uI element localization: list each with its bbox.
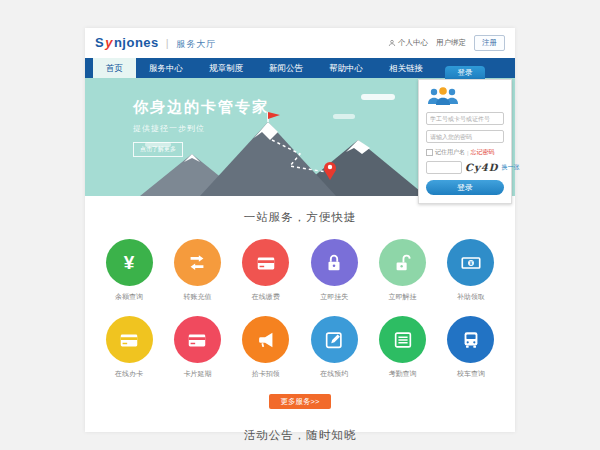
- login-panel: 登录 记住用户名 | 忘记密码 Cy4D 换一张: [418, 66, 512, 204]
- service-label: 补助领取: [443, 292, 499, 302]
- transfer-icon: [174, 239, 221, 286]
- captcha-row: Cy4D 换一张: [426, 161, 504, 174]
- service-label: 卡片延期: [169, 369, 225, 379]
- logo-arrow-mark: y: [105, 35, 113, 50]
- captcha-input[interactable]: [426, 161, 462, 174]
- user-binding-label: 用户绑定: [436, 38, 466, 48]
- user-icon: [388, 39, 396, 47]
- login-submit-button[interactable]: 登录: [426, 180, 504, 195]
- logo-prefix: S: [95, 35, 104, 50]
- options-separator: |: [467, 150, 469, 156]
- service-transfer-recharge[interactable]: 转账充值: [169, 239, 225, 302]
- card-icon: [174, 316, 221, 363]
- login-options: 记住用户名 | 忘记密码: [426, 148, 504, 157]
- remember-checkbox[interactable]: [426, 149, 433, 156]
- cloud-decoration: [361, 94, 395, 100]
- services-section: 一站服务，方便快捷 ¥ 余额查询 转账充值 在线缴费: [85, 196, 515, 409]
- service-online-card-apply[interactable]: 在线办卡: [101, 316, 157, 379]
- forgot-password-link[interactable]: 忘记密码: [471, 148, 495, 157]
- login-tab[interactable]: 登录: [445, 66, 485, 79]
- service-unfreeze[interactable]: 立即解挂: [375, 239, 431, 302]
- service-report-loss[interactable]: 立即挂失: [306, 239, 362, 302]
- remember-label: 记住用户名: [435, 148, 465, 157]
- service-label: 在线缴费: [238, 292, 294, 302]
- service-label: 立即挂失: [306, 292, 362, 302]
- hero-title: 你身边的卡管专家: [133, 98, 269, 117]
- svg-text:¥: ¥: [470, 260, 473, 266]
- nav-item-rules[interactable]: 规章制度: [196, 58, 256, 78]
- user-binding-link[interactable]: 用户绑定: [436, 38, 466, 48]
- login-card: 记住用户名 | 忘记密码 Cy4D 换一张 登录: [418, 79, 512, 204]
- password-input[interactable]: [426, 130, 504, 143]
- services-row-2: 在线办卡 卡片延期 拾卡招领 在线预约: [85, 316, 515, 379]
- site-name: 服务大厅: [176, 38, 216, 51]
- cloud-decoration: [333, 114, 355, 119]
- service-attendance-inquiry[interactable]: 考勤查询: [375, 316, 431, 379]
- service-label: 在线办卡: [101, 369, 157, 379]
- service-label: 考勤查询: [375, 369, 431, 379]
- lock-icon: [311, 239, 358, 286]
- nav-item-help-center[interactable]: 帮助中心: [316, 58, 376, 78]
- personal-center-label: 个人中心: [398, 38, 428, 48]
- captcha-image: Cy4D: [465, 162, 498, 173]
- hero-cta-button[interactable]: 点击了解更多: [133, 142, 183, 157]
- logo-suffix: njones: [114, 35, 159, 50]
- services-title: 一站服务，方便快捷: [85, 210, 515, 225]
- nav-item-news[interactable]: 新闻公告: [256, 58, 316, 78]
- personal-center-link[interactable]: 个人中心: [388, 38, 428, 48]
- logo[interactable]: Synjones | 服务大厅: [95, 35, 216, 51]
- hero-copy: 你身边的卡管专家 提供捷径一步到位 点击了解更多: [133, 98, 269, 157]
- more-services-button[interactable]: 更多服务>>: [269, 394, 331, 409]
- megaphone-icon: [242, 316, 289, 363]
- service-label: 立即解挂: [375, 292, 431, 302]
- hero-subtitle: 提供捷径一步到位: [133, 123, 269, 134]
- service-balance-inquiry[interactable]: ¥ 余额查询: [101, 239, 157, 302]
- service-label: 在线预约: [306, 369, 362, 379]
- card-icon: [242, 239, 289, 286]
- page-container: Synjones | 服务大厅 个人中心 用户绑定 注册 首页 服务中心 规章制…: [85, 28, 515, 432]
- announcements-title: 活动公告，随时知晓: [85, 428, 515, 443]
- users-icon: [426, 86, 504, 106]
- bus-icon: [447, 316, 494, 363]
- service-school-bus-inquiry[interactable]: 校车查询: [443, 316, 499, 379]
- top-right-links: 个人中心 用户绑定 注册: [388, 35, 505, 51]
- edit-icon: [311, 316, 358, 363]
- service-subsidy-collect[interactable]: ¥ 补助领取: [443, 239, 499, 302]
- nav-item-service-center[interactable]: 服务中心: [136, 58, 196, 78]
- service-card-extension[interactable]: 卡片延期: [169, 316, 225, 379]
- nav-item-home[interactable]: 首页: [93, 58, 136, 78]
- list-icon: [379, 316, 426, 363]
- register-button[interactable]: 注册: [474, 35, 505, 51]
- yen-icon: ¥: [106, 239, 153, 286]
- service-label: 拾卡招领: [238, 369, 294, 379]
- username-input[interactable]: [426, 112, 504, 125]
- card-icon: [106, 316, 153, 363]
- top-bar: Synjones | 服务大厅 个人中心 用户绑定 注册: [85, 28, 515, 58]
- logo-divider: |: [166, 37, 169, 49]
- unlock-icon: [379, 239, 426, 286]
- services-row-1: ¥ 余额查询 转账充值 在线缴费 立即挂失: [85, 239, 515, 302]
- service-online-payment[interactable]: 在线缴费: [238, 239, 294, 302]
- service-label: 转账充值: [169, 292, 225, 302]
- refresh-captcha-link[interactable]: 换一张: [501, 163, 519, 172]
- service-online-appointment[interactable]: 在线预约: [306, 316, 362, 379]
- service-label: 余额查询: [101, 292, 157, 302]
- banknote-icon: ¥: [447, 239, 494, 286]
- service-label: 校车查询: [443, 369, 499, 379]
- service-lost-card-claim[interactable]: 拾卡招领: [238, 316, 294, 379]
